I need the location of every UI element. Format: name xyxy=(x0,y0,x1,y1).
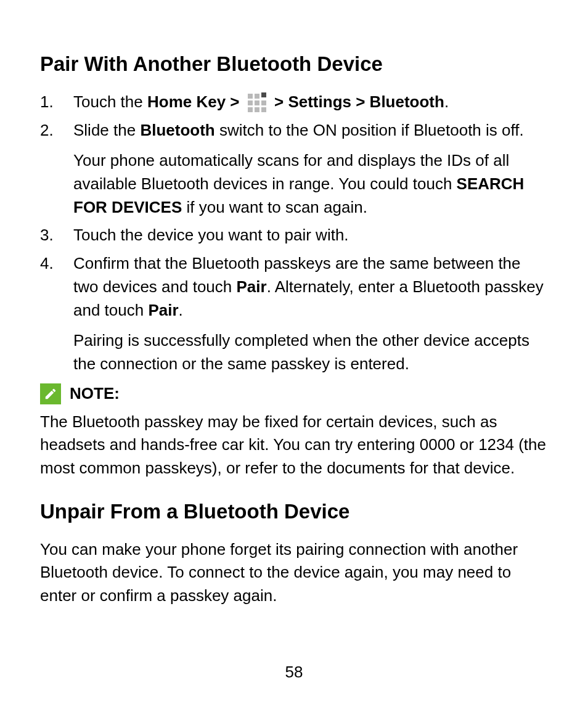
step-bold: Pair xyxy=(148,301,178,319)
step-text: if you want to scan again. xyxy=(182,198,367,216)
note-header: NOTE: xyxy=(40,383,548,404)
step-2: Slide the Bluetooth switch to the ON pos… xyxy=(40,119,548,219)
step-1: Touch the Home Key > > Settings > Blueto… xyxy=(40,91,548,114)
pencil-icon xyxy=(40,383,61,404)
step-sub: Pairing is successfully completed when t… xyxy=(73,329,548,375)
svg-rect-4 xyxy=(255,100,259,105)
step-4: Confirm that the Bluetooth passkeys are … xyxy=(40,252,548,375)
step-text: Touch the xyxy=(73,92,147,111)
svg-rect-2 xyxy=(261,92,266,97)
svg-rect-0 xyxy=(248,94,253,99)
page-number: 58 xyxy=(0,663,588,682)
step-text: Your phone automatically scans for and d… xyxy=(73,151,509,193)
step-3: Touch the device you want to pair with. xyxy=(40,224,548,247)
step-text: Slide the xyxy=(73,121,140,139)
step-text: . xyxy=(444,92,449,111)
note-label: NOTE: xyxy=(70,384,120,403)
step-sub: Your phone automatically scans for and d… xyxy=(73,149,548,219)
step-text: switch to the ON position if Bluetooth i… xyxy=(215,121,524,139)
section-body: You can make your phone forget its pairi… xyxy=(40,538,548,608)
step-bold: Pair xyxy=(237,277,267,296)
svg-rect-3 xyxy=(248,100,253,105)
steps-list: Touch the Home Key > > Settings > Blueto… xyxy=(40,91,548,376)
svg-rect-5 xyxy=(261,100,266,105)
section-heading-pair: Pair With Another Bluetooth Device xyxy=(40,52,548,76)
svg-rect-7 xyxy=(255,107,259,112)
svg-rect-6 xyxy=(248,107,253,112)
apps-grid-icon xyxy=(247,92,267,113)
step-bold: > Settings > Bluetooth xyxy=(270,92,444,111)
step-bold: Bluetooth xyxy=(140,121,214,139)
svg-rect-8 xyxy=(261,107,266,112)
svg-rect-1 xyxy=(255,94,259,99)
step-bold: Home Key > xyxy=(147,92,244,111)
note-body: The Bluetooth passkey may be fixed for c… xyxy=(40,411,548,480)
section-heading-unpair: Unpair From a Bluetooth Device xyxy=(40,500,548,523)
step-text: . xyxy=(179,301,183,319)
